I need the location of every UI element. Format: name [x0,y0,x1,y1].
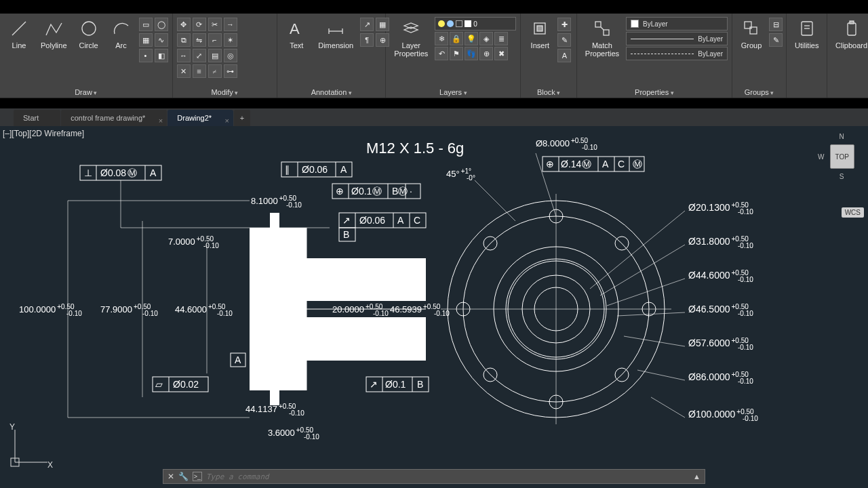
datum-a: A [231,353,245,367]
svg-text:C: C [414,215,420,226]
rotate-icon[interactable]: ⟳ [193,18,206,31]
array-icon[interactable]: ▤ [208,49,222,62]
command-input[interactable] [206,472,689,481]
layer-current-dropdown[interactable]: 0 [435,17,516,30]
thread-note: M12 X 1.5 - 6g [366,140,464,157]
svg-text:A: A [602,159,609,169]
layer-state-icon[interactable]: ⚑ [450,47,463,60]
properties-panel-title[interactable]: Properties [581,86,728,98]
tab-start[interactable]: Start [14,110,60,126]
extend-icon[interactable]: → [224,18,237,31]
copy-icon[interactable]: ⧉ [177,33,191,47]
dimension-tool[interactable]: Dimension [314,15,357,52]
layers-panel-title[interactable]: Layers [390,86,516,98]
clipboard-button[interactable]: Clipboard [831,15,868,52]
match-properties-button[interactable]: Match Properties [581,15,623,60]
cli-settings-icon[interactable]: 🔧 [178,472,189,481]
stretch-icon[interactable]: ↔ [177,49,191,62]
cli-close-icon[interactable]: ✕ [167,472,174,481]
spline-icon[interactable]: ∿ [155,33,168,47]
mirror-icon[interactable]: ⇋ [193,33,206,47]
leader-icon[interactable]: ↗ [360,18,374,31]
layer-lock-icon[interactable]: 🔒 [450,32,463,45]
color-dropdown[interactable]: ByLayer [626,17,728,30]
region-icon[interactable]: ◧ [155,49,168,62]
layer-match-icon[interactable]: ≣ [494,32,508,45]
move-icon[interactable]: ✥ [177,18,191,31]
point-icon[interactable]: • [139,49,153,62]
svg-text:A: A [340,164,347,175]
layer-properties-button[interactable]: Layer Properties [390,15,432,60]
dim-20: 20.0000+0.50-0.10 [332,303,389,317]
svg-line-0 [12,22,26,35]
svg-text:A: A [397,215,404,226]
svg-text:⊥: ⊥ [84,167,92,178]
utilities-button[interactable]: Utilities [791,15,823,52]
svg-text:Ø0.1Ⓜ: Ø0.1Ⓜ [351,186,382,197]
annotation-panel-title[interactable]: Annotation [281,86,381,98]
svg-text:B: B [392,186,398,197]
svg-rect-16 [848,23,856,35]
drawing-area[interactable]: 100.0000+0.50-0.10 77.9000+0.50-0.10 44.… [0,126,868,488]
ellipse-icon[interactable]: ◯ [155,18,168,31]
hatch-icon[interactable]: ▦ [139,33,153,47]
layer-walk-icon[interactable]: 👣 [465,47,478,60]
tab-control-frame[interactable]: control frame drawing*× [61,110,167,126]
svg-text:↗: ↗ [370,379,378,390]
ungroup-icon[interactable]: ⊟ [769,18,783,31]
svg-text:A: A [235,354,241,365]
block-create-icon[interactable]: ✚ [557,18,571,31]
svg-text:Ø.14Ⓜ: Ø.14Ⓜ [561,159,591,169]
viewcube-top[interactable]: TOP [830,144,854,169]
break-icon[interactable]: ⌿ [208,64,222,78]
polyline-tool[interactable]: Polyline [37,15,71,52]
align-icon[interactable]: ≡ [193,64,206,78]
close-icon[interactable]: × [225,113,229,129]
layer-prev-icon[interactable]: ↶ [435,47,448,60]
group-button[interactable]: Group [736,15,766,52]
svg-text:Ø0.1: Ø0.1 [385,379,406,390]
layer-delete-icon[interactable]: ✖ [494,47,508,60]
text-tool[interactable]: A Text [281,15,311,52]
modify-panel-title[interactable]: Modify [177,86,273,98]
block-attr-icon[interactable]: A [557,49,571,62]
scale-icon[interactable]: ⤢ [193,49,206,62]
line-tool[interactable]: Line [4,15,34,52]
layer-freeze-icon[interactable]: ❄ [435,32,448,45]
svg-text:Ø31.8000+0.50-0.10: Ø31.8000+0.50-0.10 [688,235,753,249]
svg-text:Ø57.6000+0.50-0.10: Ø57.6000+0.50-0.10 [688,337,753,351]
command-line[interactable]: ✕ 🔧 >_ ▲ [163,469,705,484]
offset-icon[interactable]: ◎ [224,49,237,62]
mtext-icon[interactable]: ¶ [360,33,374,47]
cli-history-icon[interactable]: ▲ [693,472,701,481]
groups-panel-title[interactable]: Groups [736,86,782,98]
explode-icon[interactable]: ✶ [224,33,237,47]
block-panel-title[interactable]: Block [525,86,572,98]
insert-block-button[interactable]: Insert [525,15,555,52]
erase-icon[interactable]: ✕ [177,64,191,78]
join-icon[interactable]: ⊶ [224,64,237,78]
layer-off-icon[interactable]: 💡 [465,32,478,45]
lineweight-dropdown[interactable]: ByLayer [626,32,728,45]
fillet-icon[interactable]: ⌐ [208,33,222,47]
layer-merge-icon[interactable]: ⊕ [479,47,493,60]
arc-tool[interactable]: Arc [106,15,136,52]
rectangle-icon[interactable]: ▭ [139,18,153,31]
new-tab-button[interactable]: + [234,110,250,126]
trim-icon[interactable]: ✂ [208,18,222,31]
circle-tool[interactable]: Circle [74,15,104,52]
dim-8_1: 8.1000+0.50-0.10 [251,195,302,209]
linetype-dropdown[interactable]: ByLayer [626,47,728,60]
fcf-runout-ac: ↗Ø0.06AC B [339,213,426,241]
svg-text:↗: ↗ [342,215,351,226]
layer-iso-icon[interactable]: ◈ [479,32,493,45]
draw-panel-title[interactable]: Draw [4,86,168,98]
close-icon[interactable]: × [159,113,163,129]
group-edit-icon[interactable]: ✎ [769,33,783,47]
tab-drawing2[interactable]: Drawing2*× [167,110,233,126]
dim-100: 100.0000+0.50-0.10 [19,303,82,317]
view-cube[interactable]: N W TOP S [818,133,865,194]
viewport-label[interactable]: [–][Top][2D Wireframe] [3,129,84,138]
block-edit-icon[interactable]: ✎ [557,33,571,47]
svg-text:A: A [290,20,300,37]
